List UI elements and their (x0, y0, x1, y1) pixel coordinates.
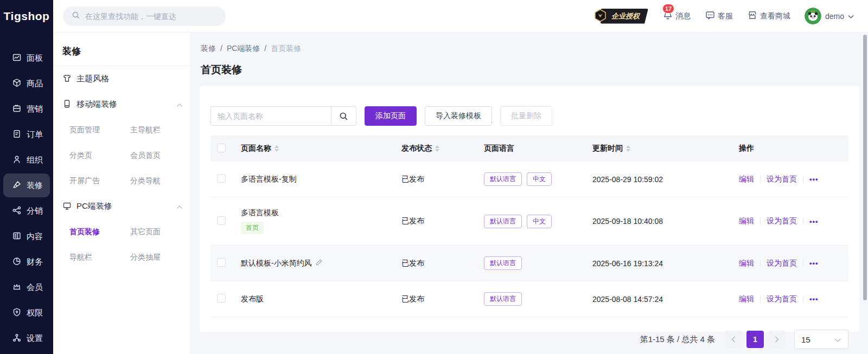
paintbrush-icon (12, 180, 22, 191)
nodes-icon (12, 333, 22, 344)
chevron-up-icon[interactable] (176, 202, 183, 211)
tshirt-icon (62, 74, 72, 85)
submenu-link-category-nav[interactable]: 分类导航 (130, 168, 191, 194)
monitor-icon (62, 201, 72, 212)
toolbar: 添加页面 导入装修模板 批量删除 (210, 106, 848, 126)
set-home-link[interactable]: 设为首页 (767, 294, 797, 304)
shield-icon (12, 307, 22, 319)
next-page-button[interactable] (768, 331, 786, 348)
page-size-select[interactable]: 15 (794, 330, 848, 349)
submenu-link-other-pages[interactable]: 其它页面 (130, 219, 191, 244)
sidebar-item-dashboard[interactable]: 面板 (3, 46, 50, 70)
secondary-sidebar: 装修 主题风格 移动端装修 页面管理 主导航栏 分类页 会员首页 开屏广告 分类… (53, 33, 191, 354)
updated-time: 2025-08-08 14:57:24 (592, 295, 663, 304)
import-template-button[interactable]: 导入装修模板 (425, 106, 492, 126)
sidebar-item-orders[interactable]: 订单 (3, 123, 50, 146)
sidebar-item-decoration[interactable]: 装修 (3, 173, 50, 197)
vertical-scrollbar[interactable] (863, 35, 867, 300)
sidebar-item-content[interactable]: 内容 (3, 224, 50, 248)
chevron-up-icon[interactable] (176, 100, 183, 109)
set-home-link[interactable]: 设为首页 (767, 175, 797, 184)
submenu-link-category-drawer[interactable]: 分类抽屉 (130, 244, 191, 270)
dashboard-icon (12, 53, 22, 64)
view-store-label: 查看商城 (760, 11, 790, 21)
sidebar-item-marketing[interactable]: 营销 (3, 97, 50, 121)
select-all-checkbox[interactable] (217, 144, 226, 152)
updated-time: 2025-08-29 10:59:02 (592, 175, 663, 184)
submenu-group-pc[interactable]: PC端装修 (53, 194, 190, 219)
table-row: 发布版 已发布 默认语言 2025-08-08 14:57:24 编辑设为首页•… (210, 281, 848, 317)
license-badge[interactable]: 企业授权 (593, 9, 648, 23)
sort-icon[interactable] (626, 145, 630, 152)
app-root: Tigshop 面板 商品 营销 订单 组织 (0, 0, 868, 354)
breadcrumb-item[interactable]: 装修 (201, 44, 216, 54)
page-name-input[interactable] (210, 106, 331, 126)
notifications-button[interactable]: 17 消息 (662, 10, 691, 22)
sidebar-item-finance[interactable]: 财务 (3, 250, 50, 274)
language-tag: 默认语言 (484, 172, 522, 186)
language-tag: 默认语言 (484, 292, 522, 306)
user-menu[interactable]: demo (805, 8, 854, 24)
edit-link[interactable]: 编辑 (739, 216, 754, 226)
breadcrumb-item[interactable]: PC端装修 (227, 44, 260, 54)
edit-link[interactable]: 编辑 (739, 259, 754, 268)
app-logo[interactable]: Tigshop (0, 0, 53, 33)
global-search[interactable] (63, 7, 226, 26)
sort-icon[interactable] (435, 145, 439, 152)
language-tag: 中文 (527, 215, 552, 228)
submenu-link-main-nav[interactable]: 主导航栏 (130, 117, 191, 143)
global-search-input[interactable] (85, 12, 217, 21)
set-home-link[interactable]: 设为首页 (767, 259, 797, 268)
breadcrumb: 装修 / PC端装修 / 首页装修 (191, 33, 868, 54)
submenu-link-page-manage[interactable]: 页面管理 (69, 117, 130, 143)
batch-delete-button[interactable]: 批量删除 (500, 106, 552, 126)
pagination: 第1-15 条 / 总共 4 条 1 15 (210, 330, 848, 349)
sidebar-item-organization[interactable]: 组织 (3, 148, 50, 172)
sidebar-item-distribution[interactable]: 分销 (3, 199, 50, 223)
submenu-group-mobile[interactable]: 移动端装修 (53, 92, 190, 117)
edit-link[interactable]: 编辑 (739, 294, 754, 304)
coupon-icon (12, 104, 22, 115)
license-badge-label: 企业授权 (601, 9, 648, 24)
sort-icon[interactable] (275, 145, 279, 152)
current-page-button[interactable]: 1 (746, 331, 764, 348)
news-icon (12, 231, 22, 242)
add-page-button[interactable]: 添加页面 (365, 106, 417, 126)
cube-icon (12, 78, 22, 89)
submenu-link-home-decoration[interactable]: 首页装修 (69, 219, 130, 244)
submenu-group-label: PC端装修 (76, 201, 112, 211)
sidebar-item-label: 装修 (27, 181, 43, 191)
submenu-link-category-page[interactable]: 分类页 (69, 143, 130, 168)
sidebar-item-settings[interactable]: 设置 (3, 326, 50, 350)
notifications-label: 消息 (675, 11, 691, 21)
view-store-button[interactable]: 查看商城 (747, 10, 790, 22)
submenu-link-member-home[interactable]: 会员首页 (130, 143, 191, 168)
sidebar-item-permissions[interactable]: 权限 (3, 301, 50, 325)
more-actions-button[interactable]: ••• (809, 295, 819, 303)
row-checkbox[interactable] (217, 258, 226, 267)
column-header: 更新时间 (592, 144, 623, 153)
header-actions: 企业授权 17 消息 客服 查看商城 demo (593, 8, 854, 24)
row-checkbox[interactable] (217, 174, 226, 183)
search-button[interactable] (331, 106, 356, 126)
submenu-item-theme[interactable]: 主题风格 (53, 66, 190, 92)
chevron-down-icon (848, 12, 854, 21)
submenu-item-label: 主题风格 (76, 74, 109, 84)
support-button[interactable]: 客服 (705, 10, 733, 22)
sidebar-item-products[interactable]: 商品 (3, 72, 50, 95)
row-checkbox[interactable] (217, 294, 226, 302)
more-actions-button[interactable]: ••• (809, 259, 819, 267)
more-actions-button[interactable]: ••• (809, 175, 819, 183)
set-home-link[interactable]: 设为首页 (767, 216, 797, 226)
prev-page-button[interactable] (725, 331, 742, 348)
submenu-link-splash-ad[interactable]: 开屏广告 (69, 168, 130, 194)
sidebar-item-members[interactable]: 会员 (3, 275, 50, 299)
rename-pencil-icon[interactable] (315, 259, 323, 268)
top-header: 企业授权 17 消息 客服 查看商城 demo (53, 0, 868, 33)
table-row: 默认模板-小米简约风 已发布 默认语言 2025-06-16 19:13:24 … (210, 246, 848, 281)
more-actions-button[interactable]: ••• (809, 217, 819, 226)
submenu-link-navbar[interactable]: 导航栏 (69, 244, 130, 270)
row-checkbox[interactable] (217, 216, 226, 225)
table-header-row: 页面名称 发布状态 页面语言 更新时间 操作 (210, 136, 848, 162)
edit-link[interactable]: 编辑 (739, 175, 754, 184)
